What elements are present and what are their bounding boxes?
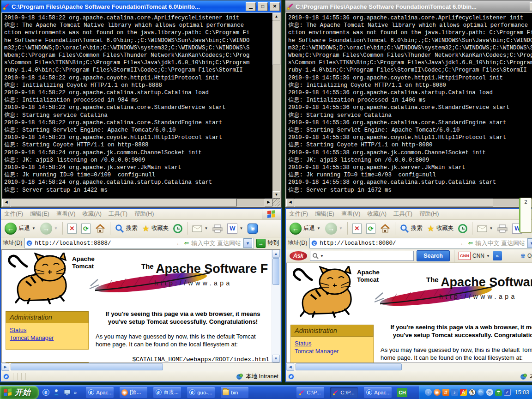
- scroll-down-button[interactable]: ▼: [272, 191, 280, 199]
- close-button[interactable]: ✕: [270, 2, 280, 11]
- refresh-button[interactable]: ⟳: [80, 223, 92, 234]
- search-button[interactable]: 搜索: [114, 224, 139, 234]
- forward-button[interactable]: →▼: [324, 222, 344, 235]
- ie-quicklaunch-icon[interactable]: e: [42, 389, 49, 396]
- qq-tray-icon[interactable]: 🐧: [469, 389, 476, 396]
- refresh-button[interactable]: ⟳: [365, 223, 377, 234]
- menu-item[interactable]: 文件(F): [4, 210, 23, 218]
- history-button[interactable]: [172, 224, 184, 234]
- console-title-bar[interactable]: C:\Program Files\Apache Software Foundat…: [285, 0, 532, 12]
- horizontal-scrollbar[interactable]: ◀: [286, 199, 532, 206]
- sidebar-link[interactable]: Tomcat Manager: [10, 334, 85, 342]
- menu-item[interactable]: 收藏(A): [82, 210, 102, 218]
- console-window-tomcat-8888[interactable]: C:\Program Files\Apache Software Foundat…: [1, 0, 282, 208]
- sidebar-link[interactable]: Status: [10, 326, 85, 334]
- cnn-button[interactable]: CNN CNN ▼: [459, 252, 490, 260]
- menu-item[interactable]: 工具(T): [393, 210, 412, 218]
- menu-item[interactable]: 帮助(H): [134, 210, 154, 218]
- start-button[interactable]: 开始: [0, 386, 39, 399]
- show-desktop-icon[interactable]: [63, 389, 71, 396]
- home-button[interactable]: [94, 224, 107, 234]
- scroll-left-button[interactable]: ◀: [2, 199, 10, 206]
- vertical-scrollbar[interactable]: ▲ ▼: [272, 250, 280, 363]
- scroll-left-button[interactable]: ◀: [286, 363, 294, 371]
- umbrella-guard-tray-icon[interactable]: ☂: [495, 389, 502, 396]
- taskbar-clock[interactable]: 15:03: [515, 389, 529, 396]
- favorites-button[interactable]: ★ 收藏夹: [141, 223, 170, 234]
- console-window-tomcat-8080[interactable]: C:\Program Files\Apache Software Foundat…: [285, 0, 532, 208]
- back-button[interactable]: ← 后退▼: [288, 222, 322, 235]
- v-safety-tray-icon[interactable]: ✓: [504, 389, 511, 396]
- menu-item[interactable]: 收藏(A): [367, 210, 387, 218]
- taskbar-button-baidu[interactable]: e 百度...: [153, 387, 181, 398]
- menu-item[interactable]: 编辑(E): [315, 210, 334, 218]
- edit-with-word-button[interactable]: W▼: [226, 223, 244, 234]
- scroll-down-button[interactable]: ▼: [272, 355, 280, 363]
- taskbar-button-bin-folder[interactable]: bin: [221, 387, 248, 398]
- taskbar-button-console-1[interactable]: C:\P...: [296, 387, 324, 398]
- scroll-thumb[interactable]: [11, 199, 237, 206]
- language-indicator[interactable]: CH: [397, 388, 407, 397]
- resize-grip[interactable]: [272, 199, 280, 206]
- vertical-scrollbar[interactable]: ▲ ▼: [272, 13, 280, 199]
- horizontal-scrollbar[interactable]: ◀: [286, 363, 532, 371]
- ask-options-button[interactable]: ✾ Opt: [520, 253, 532, 260]
- forward-button[interactable]: →▼: [39, 222, 59, 235]
- scroll-thumb[interactable]: [296, 363, 402, 370]
- graphics-tool-tray-icon[interactable]: A: [460, 389, 467, 396]
- console-output[interactable]: 2010-9-18 14:55:36 org.apache.catalina.c…: [286, 13, 532, 199]
- menu-item[interactable]: 工具(T): [109, 210, 127, 218]
- print-button[interactable]: [496, 224, 509, 233]
- scroll-right-button[interactable]: ▶: [265, 199, 272, 206]
- mail-button[interactable]: ▼: [191, 224, 209, 233]
- horizontal-scrollbar[interactable]: ◀ ▶: [2, 199, 272, 206]
- menu-item[interactable]: 查看(V): [341, 210, 361, 218]
- print-button[interactable]: [211, 224, 224, 233]
- minimize-button[interactable]: ▁: [246, 2, 256, 11]
- scroll-thumb[interactable]: [11, 363, 163, 370]
- horizontal-scrollbar[interactable]: ◀ ▶: [1, 363, 280, 371]
- ask-search-button[interactable]: Search: [417, 250, 450, 261]
- taskbar-button-console-2[interactable]: C:\P...: [330, 387, 358, 398]
- search-button[interactable]: 搜索: [399, 224, 424, 234]
- stop-button[interactable]: ✕: [351, 223, 363, 234]
- timer-tray-icon[interactable]: ◷: [486, 389, 493, 396]
- back-button[interactable]: ← 后退▼: [3, 222, 37, 235]
- msn-quicklaunch-icon[interactable]: [53, 389, 60, 396]
- taskbar-button-apache-2[interactable]: e Apac...: [364, 387, 392, 398]
- scroll-up-button[interactable]: ▲: [272, 13, 280, 20]
- quicklaunch-overflow-chevron[interactable]: »: [74, 390, 77, 395]
- storm-player-tray-icon[interactable]: ◉: [434, 389, 441, 396]
- sidebar-link[interactable]: Status: [295, 339, 369, 347]
- messenger-button[interactable]: ◉: [246, 223, 259, 234]
- scroll-right-button[interactable]: ▶: [1, 363, 9, 371]
- tray-collapse-chevron[interactable]: ‹: [425, 389, 432, 396]
- menu-item[interactable]: 查看(V): [56, 210, 76, 218]
- address-input[interactable]: e http://localhost:8080/ ← ⇐ 输入中文 直达网站 ▼: [309, 238, 532, 248]
- taskbar-button-guo[interactable]: e guo-...: [187, 387, 215, 398]
- scroll-thumb[interactable]: [295, 199, 493, 206]
- console-output[interactable]: 2010-9-18 14:58:22 org.apache.catalina.c…: [2, 13, 272, 199]
- scroll-thumb[interactable]: [272, 21, 280, 65]
- menu-item[interactable]: 编辑(E): [30, 210, 49, 218]
- go-button[interactable]: → 转到: [256, 239, 279, 248]
- taskbar-button-storm-player[interactable]: ◉ [暂...: [120, 387, 147, 398]
- chevron-down-icon[interactable]: ▼: [320, 254, 324, 258]
- scroll-thumb[interactable]: [272, 258, 279, 285]
- favorites-button[interactable]: ★ 收藏夹: [426, 223, 455, 234]
- ask-more-button[interactable]: »: [493, 251, 502, 260]
- menu-item[interactable]: 帮助(H): [419, 210, 439, 218]
- taskbar-button-apache-1[interactable]: e Apac...: [86, 387, 114, 398]
- ask-search-input[interactable]: ▼: [310, 251, 414, 261]
- menu-item[interactable]: 文件(F): [289, 210, 308, 218]
- history-button[interactable]: [457, 224, 469, 234]
- minimize-button[interactable]: ▁: [530, 2, 532, 11]
- network-tray-icon[interactable]: ◠: [478, 389, 484, 396]
- address-input[interactable]: e http://localhost:8888/ ← ⇐ 输入中文 直达网站 ▼: [24, 238, 254, 248]
- maximize-button[interactable]: □: [258, 2, 268, 11]
- home-button[interactable]: [379, 224, 392, 234]
- ask-logo[interactable]: Ask: [290, 251, 307, 260]
- address-dropdown-button[interactable]: ▼: [243, 238, 252, 248]
- stop-button[interactable]: ✕: [66, 223, 78, 234]
- address-dropdown-button[interactable]: ▼: [527, 238, 532, 248]
